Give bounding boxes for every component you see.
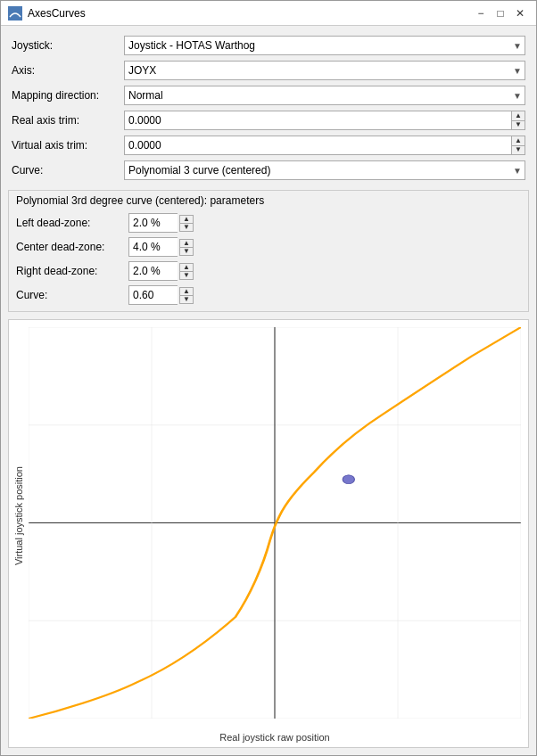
right-deadzone-down-button[interactable]: ▼ [180,272,193,279]
title-controls: − □ ✕ [472,5,529,21]
window-title: AxesCurves [28,7,86,20]
curve-select[interactable]: Polynomial 3 curve (centered) [124,160,525,180]
left-deadzone-input[interactable] [128,213,178,233]
left-deadzone-label: Left dead-zone: [16,217,123,229]
app-icon [8,6,22,21]
virtual-trim-row: Virtual axis trim: ▲ ▼ [12,135,525,156]
left-deadzone-down-button[interactable]: ▼ [180,224,193,231]
virtual-trim-up-button[interactable]: ▲ [512,136,525,146]
close-button[interactable]: ✕ [511,5,529,21]
main-window: AxesCurves − □ ✕ Joystick: Joystick - HO… [0,0,537,756]
right-deadzone-spinbox: ▲ ▼ [128,261,194,281]
joystick-select[interactable]: Joystick - HOTAS Warthog [124,36,525,55]
params-content: Left dead-zone: ▲ ▼ Center dead-zone: ▲ … [9,209,528,311]
right-deadzone-label: Right dead-zone: [16,265,123,277]
y-axis-label: Virtual joystick position [13,466,24,565]
center-deadzone-spinbox-btns: ▲ ▼ [179,239,194,256]
virtual-trim-spinbox-btns: ▲ ▼ [511,136,525,155]
center-deadzone-row: Center dead-zone: ▲ ▼ [16,236,521,258]
chart-container: Virtual joystick position 1.00 0.50 0.00… [8,319,529,748]
left-deadzone-spinbox-btns: ▲ ▼ [179,215,194,232]
curve-row: Curve: Polynomial 3 curve (centered) ▼ [12,160,525,181]
center-deadzone-down-button[interactable]: ▼ [180,248,193,255]
mapping-dropdown-wrapper: Normal ▼ [124,86,525,105]
real-trim-row: Real axis trim: ▲ ▼ [12,110,525,131]
virtual-trim-down-button[interactable]: ▼ [512,146,525,155]
right-deadzone-row: Right dead-zone: ▲ ▼ [16,260,521,282]
center-deadzone-spinbox: ▲ ▼ [128,237,194,257]
curve-param-input[interactable] [128,285,178,305]
mapping-row: Mapping direction: Normal ▼ [12,85,525,106]
center-deadzone-label: Center dead-zone: [16,241,123,253]
maximize-button[interactable]: □ [492,5,509,21]
axis-row: Axis: JOYX ▼ [12,60,525,81]
left-deadzone-row: Left dead-zone: ▲ ▼ [16,212,521,234]
real-trim-down-button[interactable]: ▼ [512,121,525,130]
axis-label: Axis: [12,64,119,77]
real-trim-label: Real axis trim: [12,114,119,127]
curve-param-spinbox: ▲ ▼ [128,285,194,305]
title-bar: AxesCurves − □ ✕ [1,1,536,26]
joystick-dropdown-wrapper: Joystick - HOTAS Warthog ▼ [124,36,525,55]
curve-label: Curve: [12,164,119,177]
right-deadzone-spinbox-btns: ▲ ▼ [179,263,194,280]
curve-dropdown-wrapper: Polynomial 3 curve (centered) ▼ [124,160,525,180]
axis-select[interactable]: JOYX [124,61,525,80]
center-deadzone-input[interactable] [128,237,178,257]
real-trim-up-button[interactable]: ▲ [512,111,525,121]
virtual-trim-input[interactable] [124,136,511,155]
real-trim-spinbox: ▲ ▼ [124,111,525,130]
curve-param-down-button[interactable]: ▼ [180,296,193,303]
left-deadzone-spinbox: ▲ ▼ [128,213,194,233]
svg-point-22 [343,475,354,484]
title-bar-left: AxesCurves [8,6,86,21]
axis-dropdown-wrapper: JOYX ▼ [124,61,525,80]
params-group: Polynomial 3rd degree curve (centered): … [8,190,529,312]
real-trim-spinbox-btns: ▲ ▼ [511,111,525,130]
minimize-button[interactable]: − [472,5,490,21]
virtual-trim-label: Virtual axis trim: [12,139,119,152]
joystick-label: Joystick: [12,39,119,52]
mapping-select[interactable]: Normal [124,86,525,105]
right-deadzone-input[interactable] [128,261,178,281]
curve-param-row: Curve: ▲ ▼ [16,284,521,306]
real-trim-input[interactable] [124,111,511,130]
curve-param-label: Curve: [16,289,123,301]
mapping-label: Mapping direction: [12,89,119,102]
virtual-trim-spinbox: ▲ ▼ [124,136,525,155]
joystick-row: Joystick: Joystick - HOTAS Warthog ▼ [12,35,525,56]
params-title: Polynomial 3rd degree curve (centered): … [9,191,528,209]
x-axis-label: Real joystick raw position [219,732,330,743]
curve-param-spinbox-btns: ▲ ▼ [179,287,194,304]
form-section: Joystick: Joystick - HOTAS Warthog ▼ Axi… [1,26,536,190]
chart-svg: 1.00 0.50 0.00 -0.50 -1.00 -1.00 -0.50 0… [29,327,521,719]
